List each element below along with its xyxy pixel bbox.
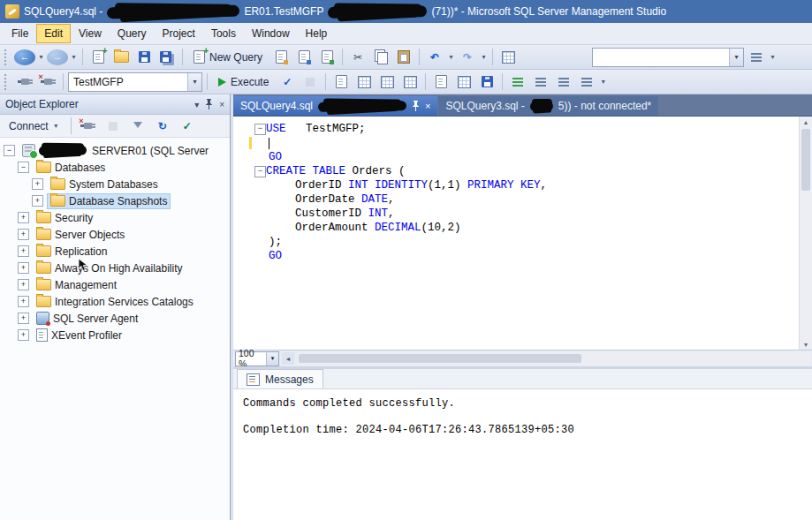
disconnect-icon[interactable]: ×	[78, 117, 99, 136]
fold-collapse-icon[interactable]: −	[254, 166, 266, 177]
tab-sqlquery4[interactable]: SQLQuery4.sql ×	[233, 96, 437, 116]
expand-icon[interactable]: +	[18, 245, 29, 257]
save-icon[interactable]	[133, 48, 155, 67]
tab-sqlquery3[interactable]: SQLQuery3.sql - 5)) - not connected*	[438, 96, 658, 116]
code-line[interactable]	[233, 136, 800, 150]
expand-icon[interactable]: +	[18, 212, 29, 223]
scrollbar-thumb[interactable]	[299, 354, 581, 363]
refresh-icon[interactable]: ↻	[152, 117, 173, 136]
comment-selection-icon[interactable]	[507, 72, 528, 92]
menu-edit[interactable]: Edit	[36, 24, 71, 43]
cut-icon[interactable]: ✂	[347, 48, 368, 67]
toolbar-overflow-icon[interactable]: ▾	[769, 53, 777, 61]
properties-window-icon[interactable]	[746, 48, 767, 67]
undo-icon[interactable]: ↶	[424, 48, 445, 67]
toolbar-grip[interactable]	[4, 74, 9, 90]
menu-view[interactable]: View	[71, 24, 110, 43]
navigate-back-icon[interactable]: ←	[14, 49, 35, 65]
filter-icon[interactable]	[127, 117, 148, 136]
toolbar-grip[interactable]	[4, 49, 9, 65]
tree-item-database-snapshots[interactable]: +Database Snapshots	[0, 192, 230, 209]
tree-item-replication[interactable]: +Replication	[0, 243, 230, 260]
dmx-query-icon[interactable]	[293, 48, 315, 67]
database-dropdown-icon[interactable]: ▾	[187, 73, 201, 91]
tab-pin-icon[interactable]	[412, 101, 420, 111]
menu-query[interactable]: Query	[110, 24, 155, 43]
forward-history-dropdown-icon[interactable]: ▾	[70, 53, 78, 61]
menu-window[interactable]: Window	[244, 24, 298, 43]
menu-project[interactable]: Project	[155, 24, 203, 43]
execute-button[interactable]: Execute	[212, 72, 275, 92]
stop-icon[interactable]	[102, 117, 124, 136]
code-area[interactable]: −USE TestMGFP;GO−CREATE TABLE Orders ( O…	[233, 117, 800, 350]
live-query-stats-icon[interactable]	[399, 72, 421, 92]
scroll-left-icon[interactable]: ◄	[282, 352, 294, 365]
open-file-icon[interactable]	[110, 48, 132, 67]
redo-dropdown-icon[interactable]: ▾	[480, 53, 488, 61]
scroll-down-icon[interactable]: ▼	[800, 339, 812, 350]
code-line[interactable]: OrderDate DATE,	[233, 192, 800, 207]
code-line[interactable]: );	[233, 235, 800, 249]
redo-icon[interactable]: ↷	[457, 48, 478, 67]
code-line[interactable]: GO	[233, 249, 800, 263]
cancel-query-icon[interactable]	[300, 72, 321, 92]
undo-dropdown-icon[interactable]: ▾	[447, 53, 455, 61]
zoom-dropdown-icon[interactable]: ▾	[266, 352, 278, 366]
tree-item-server-objects[interactable]: +Server Objects	[0, 226, 230, 243]
back-history-dropdown-icon[interactable]: ▾	[37, 53, 45, 61]
toolbar-combobox[interactable]: ▾	[592, 48, 744, 67]
menu-tools[interactable]: Tools	[203, 24, 244, 43]
available-databases-combobox[interactable]: TestMGFP ▾	[68, 72, 202, 92]
expand-icon[interactable]: +	[32, 178, 43, 190]
expand-icon[interactable]: +	[18, 229, 29, 240]
sql-editor[interactable]: −USE TestMGFP;GO−CREATE TABLE Orders ( O…	[233, 117, 812, 350]
editor-horizontal-scrollbar[interactable]	[297, 352, 810, 365]
paste-icon[interactable]	[393, 48, 414, 67]
connect-plug-icon[interactable]	[14, 72, 35, 92]
tree-item-system-databases[interactable]: +System Databases	[0, 176, 230, 192]
parse-query-icon[interactable]: ✓	[277, 72, 298, 92]
code-line[interactable]: −USE TestMGFP;	[233, 122, 800, 136]
mdx-query-icon[interactable]	[270, 48, 292, 67]
zoom-selector[interactable]: 100 % ▾	[235, 351, 279, 366]
increase-indent-icon[interactable]	[576, 72, 597, 92]
collapse-icon[interactable]: −	[18, 162, 29, 173]
tree-item-integration-services-catalogs[interactable]: +Integration Services Catalogs	[0, 293, 230, 310]
menu-file[interactable]: File	[4, 24, 36, 43]
tree-item-management[interactable]: +Management	[0, 276, 230, 293]
tree-item-always-on-high-availability[interactable]: +Always On High Availability	[0, 260, 230, 276]
activity-monitor-icon[interactable]	[497, 48, 519, 67]
messages-output[interactable]: Commands completed successfully.Completi…	[233, 389, 812, 520]
new-query-file-icon[interactable]	[87, 48, 109, 67]
editor-vertical-scrollbar[interactable]: ▲ ▼	[799, 117, 812, 350]
tree-item-sql-server-agent[interactable]: +SQL Server Agent	[0, 310, 230, 327]
expand-icon[interactable]: +	[18, 279, 29, 290]
tree-item-databases[interactable]: −Databases	[0, 159, 230, 176]
scrollbar-thumb[interactable]	[801, 129, 810, 191]
sqlcmd-mode-icon[interactable]	[330, 72, 352, 92]
toolbar-overflow-icon[interactable]: ▾	[599, 78, 607, 86]
navigate-forward-icon[interactable]: →	[47, 49, 68, 65]
save-all-icon[interactable]	[156, 48, 178, 67]
expand-icon[interactable]: +	[18, 262, 29, 274]
new-query-button[interactable]: New Query	[187, 48, 269, 67]
tab-messages[interactable]: Messages	[237, 369, 323, 388]
decrease-indent-icon[interactable]	[553, 72, 574, 92]
tab-close-icon[interactable]: ×	[425, 101, 430, 111]
expand-icon[interactable]: +	[32, 195, 43, 207]
code-line[interactable]: −CREATE TABLE Orders (	[233, 164, 800, 178]
connect-button[interactable]: Connect ▾	[4, 118, 65, 134]
code-line[interactable]: OrderID INT IDENTITY(1,1) PRIMARY KEY,	[233, 178, 800, 192]
collapse-icon[interactable]: −	[4, 145, 15, 156]
estimated-plan-icon[interactable]	[353, 72, 375, 92]
pin-icon[interactable]	[205, 99, 213, 109]
tree-item-security[interactable]: +Security	[0, 209, 230, 226]
window-position-icon[interactable]: ▾	[194, 100, 199, 109]
expand-icon[interactable]: +	[18, 313, 29, 324]
tree-item-server01-sql-server[interactable]: −SERVER01 (SQL Server	[0, 142, 230, 159]
results-to-text-icon[interactable]	[430, 72, 452, 92]
copy-icon[interactable]	[370, 48, 391, 67]
actual-plan-icon[interactable]	[376, 72, 398, 92]
activity-icon[interactable]: ✓	[177, 117, 198, 136]
close-panel-icon[interactable]: ×	[219, 100, 224, 109]
